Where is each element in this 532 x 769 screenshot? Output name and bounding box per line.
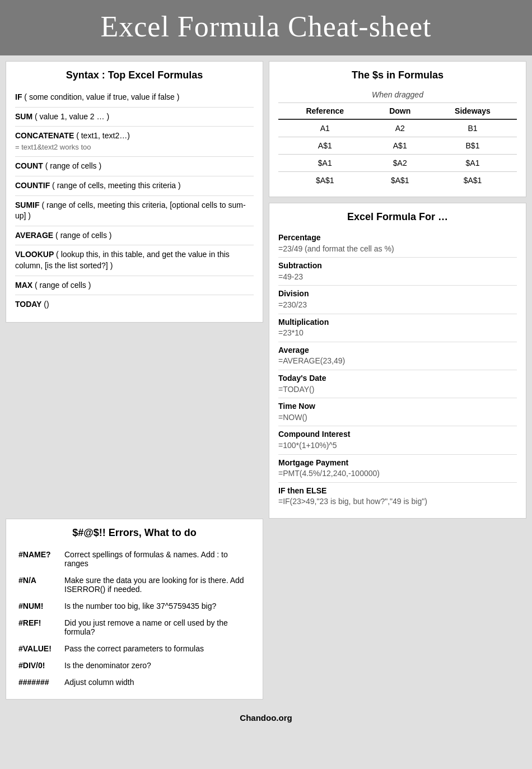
error-code: #REF! — [16, 615, 61, 640]
formula-for-label: Average — [278, 345, 517, 356]
error-desc: Is the denominator zero? — [62, 658, 253, 673]
bottom-row: $#@$!! Errors, What to do #NAME?Correct … — [0, 519, 532, 705]
error-code: ####### — [16, 674, 61, 690]
formula-item: VLOOKUP ( lookup this, in this table, an… — [15, 245, 254, 276]
syntax-title: Syntax : Top Excel Formulas — [15, 69, 254, 81]
formula-for-value: =NOW() — [278, 412, 517, 423]
formula-for-value: =230/23 — [278, 300, 517, 311]
formula-item: AVERAGE ( range of cells ) — [15, 226, 254, 246]
formula-item: IF ( some condition, value if true, valu… — [15, 88, 254, 108]
errors-table: #NAME?Correct spellings of formulas & na… — [15, 546, 254, 691]
formula-for-item: Today's Date=TODAY() — [278, 370, 517, 398]
left-column: Syntax : Top Excel Formulas IF ( some co… — [6, 61, 263, 519]
formula-for-label: Time Now — [278, 401, 517, 412]
formula-for-item: Time Now=NOW() — [278, 398, 517, 426]
right-column: The $s in Formulas When draggedReference… — [269, 61, 526, 519]
error-code: #NUM! — [16, 598, 61, 614]
page: Excel Formula Cheat-sheet Syntax : Top E… — [0, 0, 532, 730]
formula-for-label: Today's Date — [278, 373, 517, 384]
formula-for-label: Multiplication — [278, 317, 517, 328]
table-row: $A$1$A$1$A$1 — [278, 172, 517, 189]
table-cell: $A1 — [278, 155, 372, 172]
formula-item: COUNT ( range of cells ) — [15, 157, 254, 176]
table-row: A1A2B1 — [278, 119, 517, 137]
formula-for-value: =23/49 (and format the cell as %) — [278, 244, 517, 255]
table-row: $A1$A2$A1 — [278, 155, 517, 172]
error-row: #NAME?Correct spellings of formulas & na… — [16, 547, 253, 571]
formula-name: CONCATENATE — [15, 131, 74, 140]
footer: Chandoo.org — [0, 705, 532, 730]
syntax-card: Syntax : Top Excel Formulas IF ( some co… — [6, 61, 263, 323]
formula-for-item: Mortgage Payment=PMT(4.5%/12,240,-100000… — [278, 455, 517, 483]
header: Excel Formula Cheat-sheet — [0, 0, 532, 55]
error-row: #NUM!Is the number too big, like 37^5759… — [16, 598, 253, 614]
error-code: #NAME? — [16, 547, 61, 571]
formula-name: COUNTIF — [15, 181, 50, 190]
formula-for-value: =49-23 — [278, 272, 517, 283]
formula-for-value: =100*(1+10%)^5 — [278, 440, 517, 451]
error-row: #N/AMake sure the data you are looking f… — [16, 572, 253, 597]
formula-for-item: IF then ELSE=IF(23>49,"23 is big, but ho… — [278, 483, 517, 510]
formula-for-card: Excel Formula For … Percentage=23/49 (an… — [269, 203, 526, 519]
formula-for-label: Compound Interest — [278, 429, 517, 440]
error-row: #DIV/0!Is the denominator zero? — [16, 658, 253, 673]
error-row: #######Adjust column width — [16, 674, 253, 690]
error-desc: Did you just remove a name or cell used … — [62, 615, 253, 640]
table-row: A$1A$1B$1 — [278, 137, 517, 155]
formula-for-label: Division — [278, 288, 517, 300]
formula-for-label: Percentage — [278, 232, 517, 244]
errors-card: $#@$!! Errors, What to do #NAME?Correct … — [6, 519, 263, 700]
formula-name: SUM — [15, 112, 32, 121]
formula-for-item: Division=230/23 — [278, 286, 517, 314]
formula-for-item: Compound Interest=100*(1+10%)^5 — [278, 426, 517, 454]
table-cell: A$1 — [372, 137, 428, 155]
formula-item: TODAY () — [15, 295, 254, 314]
formula-for-item: Average=AVERAGE(23,49) — [278, 342, 517, 370]
table-cell: $A$1 — [278, 172, 372, 189]
formula-name: IF — [15, 92, 22, 101]
formula-name: AVERAGE — [15, 231, 53, 240]
formula-name: COUNT — [15, 161, 43, 170]
dollars-title: The $s in Formulas — [278, 69, 517, 81]
formula-item: SUMIF ( range of cells, meeting this cri… — [15, 196, 254, 226]
dollars-header: Down — [372, 103, 428, 120]
error-desc: Is the number too big, like 37^5759435 b… — [62, 598, 253, 614]
when-dragged-label: When dragged — [278, 88, 517, 103]
formula-name: SUMIF — [15, 201, 40, 209]
main-content: Syntax : Top Excel Formulas IF ( some co… — [0, 55, 532, 519]
table-cell: $A$1 — [428, 172, 517, 189]
formula-for-value: =TODAY() — [278, 384, 517, 395]
formula-for-title: Excel Formula For … — [278, 211, 517, 223]
table-cell: $A$1 — [372, 172, 428, 189]
footer-text: Chandoo.org — [240, 713, 292, 723]
formula-list: IF ( some condition, value if true, valu… — [15, 88, 254, 314]
formula-item: SUM ( value 1, value 2 … ) — [15, 108, 254, 127]
errors-title: $#@$!! Errors, What to do — [15, 527, 254, 539]
error-code: #N/A — [16, 572, 61, 597]
formula-for-label: Mortgage Payment — [278, 458, 517, 469]
formula-item: COUNTIF ( range of cells, meeting this c… — [15, 176, 254, 196]
table-cell: A2 — [372, 119, 428, 137]
formula-for-label: Subtraction — [278, 260, 517, 272]
formula-for-item: Subtraction=49-23 — [278, 258, 517, 286]
error-desc: Pass the correct parameters to formulas — [62, 641, 253, 656]
table-cell: $A2 — [372, 155, 428, 172]
error-desc: Adjust column width — [62, 674, 253, 690]
error-desc: Correct spellings of formulas & names. A… — [62, 547, 253, 571]
formula-for-item: Percentage=23/49 (and format the cell as… — [278, 230, 517, 258]
table-cell: A$1 — [278, 137, 372, 155]
table-cell: $A1 — [428, 155, 517, 172]
error-desc: Make sure the data you are looking for i… — [62, 572, 253, 597]
formula-item: CONCATENATE ( text1, text2…)= text1&text… — [15, 127, 254, 157]
formula-for-item: Multiplication=23*10 — [278, 314, 517, 342]
formula-for-value: =23*10 — [278, 328, 517, 339]
formula-for-value: =AVERAGE(23,49) — [278, 356, 517, 367]
formula-for-value: =IF(23>49,"23 is big, but how?","49 is b… — [278, 496, 517, 507]
error-code: #VALUE! — [16, 641, 61, 656]
formula-for-list: Percentage=23/49 (and format the cell as… — [278, 230, 517, 510]
formula-for-value: =PMT(4.5%/12,240,-100000) — [278, 468, 517, 479]
formula-item: MAX ( range of cells ) — [15, 276, 254, 296]
page-title: Excel Formula Cheat-sheet — [6, 10, 526, 43]
table-cell: A1 — [278, 119, 372, 137]
error-row: #REF!Did you just remove a name or cell … — [16, 615, 253, 640]
